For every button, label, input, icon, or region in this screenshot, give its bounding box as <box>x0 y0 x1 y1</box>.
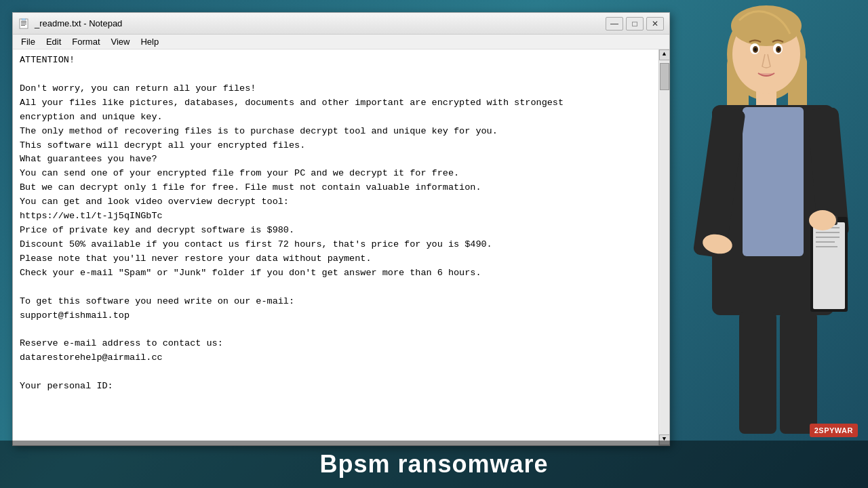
spyware-logo: 2SPYWAR <box>810 424 858 437</box>
menu-edit[interactable]: Edit <box>41 35 66 48</box>
ransomware-text: ATTENTION! Don't worry, you can return a… <box>20 54 663 394</box>
svg-point-22 <box>809 210 836 230</box>
svg-point-31 <box>777 48 780 52</box>
menu-help[interactable]: Help <box>135 35 164 48</box>
svg-rect-11 <box>743 107 804 256</box>
person-image <box>658 0 868 461</box>
bottom-label-bar: Bpsm ransomware <box>0 441 868 488</box>
menu-format[interactable]: Format <box>66 35 105 48</box>
svg-rect-20 <box>816 246 837 247</box>
menu-bar: File Edit Format View Help <box>13 35 669 49</box>
minimize-button[interactable]: — <box>606 17 623 30</box>
ransomware-name-label: Bpsm ransomware <box>319 450 548 479</box>
svg-point-30 <box>754 48 757 52</box>
notepad-window: _readme.txt - Notepad — □ ✕ File Edit Fo… <box>12 12 670 446</box>
person-svg <box>658 0 868 461</box>
svg-rect-33 <box>780 312 817 434</box>
maximize-button[interactable]: □ <box>626 17 644 30</box>
menu-file[interactable]: File <box>16 35 41 48</box>
svg-rect-18 <box>816 237 840 238</box>
svg-rect-2 <box>21 22 26 23</box>
notepad-content-area[interactable]: ATTENTION! Don't worry, you can return a… <box>13 49 669 445</box>
notepad-icon <box>18 18 29 29</box>
svg-rect-15 <box>813 222 845 309</box>
svg-rect-32 <box>739 312 776 434</box>
window-controls: — □ ✕ <box>606 17 664 30</box>
title-bar: _readme.txt - Notepad — □ ✕ <box>13 13 669 35</box>
window-title: _readme.txt - Notepad <box>35 18 600 28</box>
svg-rect-5 <box>22 18 26 20</box>
menu-view[interactable]: View <box>106 35 136 48</box>
svg-rect-1 <box>21 21 26 22</box>
svg-rect-4 <box>21 25 25 26</box>
svg-rect-3 <box>21 24 26 24</box>
svg-rect-17 <box>816 232 840 233</box>
svg-rect-19 <box>816 241 835 243</box>
